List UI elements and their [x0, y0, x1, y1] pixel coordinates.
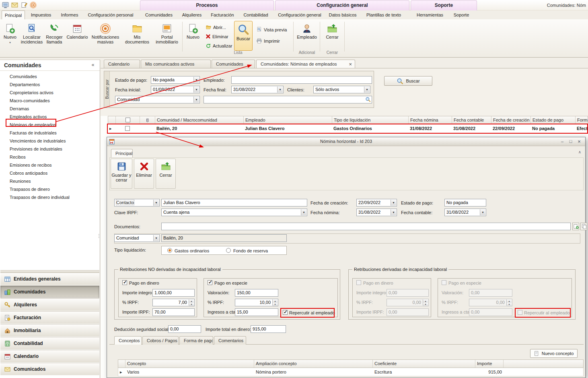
repercutir-empleado-checkbox[interactable]: [283, 310, 288, 315]
fecha-nomina-field[interactable]: 31/08/2022 ▾: [356, 209, 397, 216]
nav-entidades-generales[interactable]: Entidades generales: [0, 273, 99, 285]
valoracion-field[interactable]: 150,00: [235, 289, 278, 297]
doc-tab-comunidades-nominas[interactable]: Comunidades: Nóminas de empleados ×: [256, 60, 355, 68]
empleado-input[interactable]: [231, 76, 372, 84]
tab-principal[interactable]: Principal: [2, 10, 25, 20]
nav-inmobiliaria[interactable]: Inmobiliaria: [0, 324, 99, 337]
documentos-field[interactable]: [161, 223, 571, 230]
select-all-header[interactable]: [116, 116, 140, 124]
pickup-call-button[interactable]: Recoger llamada: [44, 21, 64, 55]
nav-alquileres[interactable]: Alquileres: [0, 298, 99, 311]
pago-especie-inc-checkbox[interactable]: [442, 280, 446, 285]
tab-facturacion[interactable]: Facturación: [208, 10, 237, 19]
app-icon[interactable]: [2, 2, 9, 9]
detail-tab-forma-pago[interactable]: Forma de pago: [179, 336, 213, 345]
search-button[interactable]: Buscar: [234, 21, 253, 51]
tab-plantillas-texto[interactable]: Plantillas de texto: [362, 10, 405, 19]
detail-tab-conceptos[interactable]: Conceptos: [114, 336, 142, 345]
estado-pago-field[interactable]: No pagada: [444, 199, 486, 207]
col-comunidad[interactable]: Comunidad / Macrocomunidad: [155, 116, 244, 124]
detail-tab-comentarios[interactable]: Comentarios: [214, 336, 246, 345]
maximize-button[interactable]: □: [567, 138, 575, 145]
tab-alquileres[interactable]: Alquileres: [178, 10, 206, 19]
chevron-down-icon[interactable]: ▾: [301, 209, 306, 215]
doc-tab-calendario[interactable]: Calendario: [104, 60, 140, 68]
tab-datos-basicos[interactable]: Datos básicos: [325, 10, 360, 19]
row-select[interactable]: [115, 124, 140, 133]
chevron-down-icon[interactable]: ▾: [277, 87, 283, 93]
col-coeficiente[interactable]: Coeficiente: [373, 360, 475, 368]
chevron-down-icon[interactable]: ▾: [480, 209, 485, 215]
fecha-contable-field[interactable]: 31/08/2022 ▾: [444, 209, 486, 216]
preview-button[interactable]: Vista previa: [255, 26, 288, 33]
tab-herramientas[interactable]: Herramientas: [413, 10, 447, 19]
tab-informes[interactable]: Informes: [57, 10, 82, 19]
row-checkbox[interactable]: [125, 126, 130, 131]
pago-especie-checkbox[interactable]: [208, 280, 212, 285]
edit-note-icon[interactable]: [21, 2, 27, 9]
deduccion-field[interactable]: 0,00: [168, 325, 201, 333]
sidebar-item-copropietarios-activos[interactable]: Copropietarios activos: [0, 89, 99, 97]
minimize-button[interactable]: –: [558, 138, 566, 145]
sidebar-item-reuniones[interactable]: Reuniones: [0, 177, 99, 185]
collapse-chevron-icon[interactable]: ∧: [578, 150, 581, 154]
mass-notifications-button[interactable]: Notificaciones masivas: [91, 21, 120, 55]
ingresos-cta-field[interactable]: 15,00: [235, 308, 278, 316]
col-concepto[interactable]: Concepto: [125, 360, 254, 368]
list-new-button[interactable]: Nuevo: [184, 21, 202, 55]
attachment-header[interactable]: [140, 116, 155, 124]
sidebar-item-macro-comunidades[interactable]: Macro-comunidades: [0, 97, 99, 105]
fecha-creacion-field[interactable]: 22/09/2022 ▾: [356, 199, 397, 207]
delete-button[interactable]: Eliminar: [204, 33, 230, 40]
radio-fondo-reserva[interactable]: [226, 248, 231, 253]
nuevo-concepto-button[interactable]: Nuevo concepto: [530, 349, 578, 358]
close-record-button[interactable]: Cerrar: [156, 159, 176, 189]
my-documents-button[interactable]: Mis documentos: [122, 21, 152, 55]
spinner[interactable]: ▴▾: [272, 300, 278, 306]
col-ampliacion-concepto[interactable]: Ampliación concepto: [254, 360, 373, 368]
close-icon[interactable]: ×: [349, 60, 352, 68]
tab-contabilidad[interactable]: Contabilidad: [239, 10, 273, 19]
sidebar-item-recibos[interactable]: Recibos: [0, 153, 99, 161]
tab-configuracion-general[interactable]: Configuración general: [276, 10, 323, 19]
col-tipo-liquidacion[interactable]: Tipo de liquidación: [332, 116, 409, 124]
nav-comunicados[interactable]: Comunicados: [0, 363, 99, 375]
payroll-tab-principal[interactable]: Principal: [111, 149, 133, 157]
open-button[interactable]: Abrir...: [204, 23, 227, 31]
doc-tab-comunidades[interactable]: Comunidades: [212, 60, 255, 68]
contacto-field-select[interactable]: Contacto ▾: [114, 199, 160, 207]
copy-document-button[interactable]: [580, 223, 587, 230]
sidebar-item-traspasos-de-dinero[interactable]: Traspasos de dinero: [0, 185, 99, 193]
nav-calendario[interactable]: Calendario: [0, 350, 99, 362]
nav-comunidades[interactable]: Comunidades: [0, 285, 99, 298]
tab-soporte[interactable]: Soporte: [449, 10, 474, 19]
col-estado-pago[interactable]: Estado de pago: [531, 116, 576, 124]
importe-total-field[interactable]: 915,00: [251, 325, 286, 333]
pago-dinero-inc-checkbox[interactable]: [356, 280, 361, 285]
search-icon[interactable]: [365, 97, 371, 103]
col-fecha-creacion[interactable]: Fecha de creación: [491, 116, 531, 124]
print-button[interactable]: Imprimir: [255, 37, 281, 45]
buscar-button[interactable]: Buscar: [384, 76, 432, 86]
sidebar-item-departamentos[interactable]: Departamentos: [0, 81, 99, 89]
save-close-button[interactable]: Guardar y cerrar: [111, 159, 132, 189]
close-view-button[interactable]: Cerrar: [323, 21, 342, 55]
fecha-inicial-input[interactable]: 01/08/2022 ▾: [151, 86, 200, 93]
detail-tab-cobros-pagos[interactable]: Cobros / Pagos: [142, 336, 179, 345]
doc-tab-mis-comunicados[interactable]: Mis comunicados activos: [141, 60, 211, 68]
col-importe[interactable]: Importe: [475, 360, 504, 368]
broadcast-icon[interactable]: [30, 2, 37, 9]
chevron-down-icon[interactable]: ▾: [153, 200, 159, 206]
repercutir-empleado-inc-checkbox[interactable]: [518, 310, 522, 315]
locate-incidents-button[interactable]: Localizar incidencias: [21, 21, 43, 55]
sidebar-item-empleados-activos[interactable]: Empleados activos: [0, 113, 99, 121]
sidebar-item-nominas-de-empleados[interactable]: Nóminas de empleados: [0, 121, 99, 129]
refresh-button[interactable]: Actualizar: [204, 42, 233, 50]
chevron-down-icon[interactable]: ▾: [364, 87, 370, 93]
comunidad-field-select[interactable]: Comunidad ▾: [115, 96, 200, 103]
real-estate-portal-button[interactable]: Portal inmobiliario: [154, 21, 179, 55]
contacto-value-field[interactable]: Julian Bas Clavero: [161, 199, 307, 207]
col-fecha-nomina[interactable]: Fecha nómina: [409, 116, 452, 124]
sidebar-collapse-button[interactable]: «: [89, 62, 97, 68]
new-button[interactable]: Nuevo ▾: [2, 21, 19, 55]
